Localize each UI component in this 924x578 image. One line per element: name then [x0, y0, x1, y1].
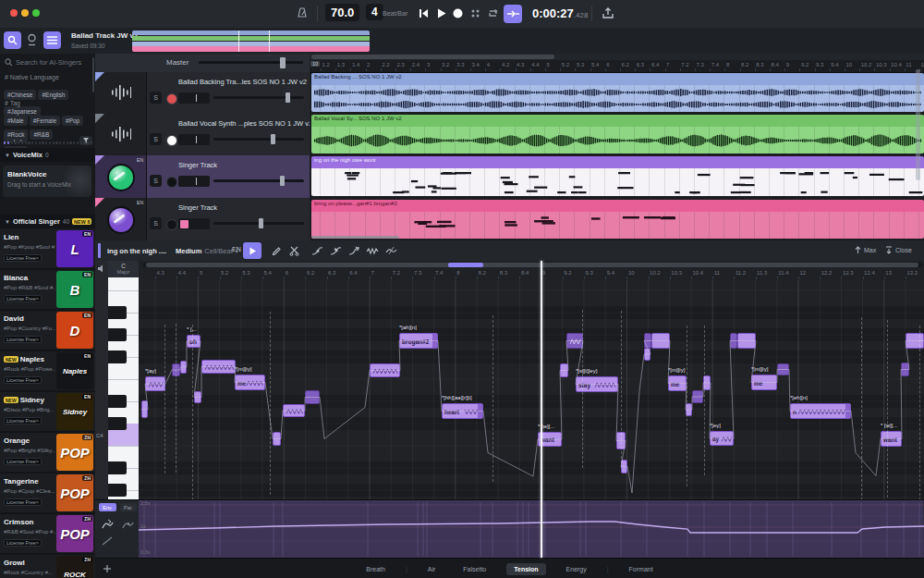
- record-arm-button[interactable]: [166, 177, 177, 188]
- param-tab-tension[interactable]: Tension: [506, 563, 545, 575]
- black-key[interactable]: [108, 306, 127, 319]
- volume-slider[interactable]: [213, 217, 304, 228]
- singer-card[interactable]: NEWSidney#Disco #Pop #Brig...License Fre…: [0, 392, 95, 433]
- editor-loop-region[interactable]: [448, 263, 483, 267]
- track-title[interactable]: Singer Track: [178, 161, 217, 169]
- singer-card[interactable]: Tangerine#Pop #Cpop #Clea...License Free…: [0, 473, 95, 514]
- maximize-editor-button[interactable]: Max: [855, 246, 876, 254]
- timeline-vscrollbar[interactable]: [916, 69, 920, 180]
- page-dot[interactable]: [67, 141, 68, 144]
- record-arm-button[interactable]: [166, 93, 177, 105]
- note-grid[interactable]: *[ay]uh* [...me*[m][iy]brogan#2*[ah][n]h…: [139, 280, 924, 499]
- timeline-hscrollbar-handle[interactable]: [311, 55, 554, 59]
- smooth-tool[interactable]: [382, 242, 400, 259]
- record-arm-button[interactable]: [166, 135, 177, 146]
- page-dot[interactable]: [59, 141, 61, 144]
- page-dot[interactable]: [45, 141, 47, 144]
- page-dot[interactable]: [39, 141, 41, 144]
- lyric-language-button[interactable]: EN: [229, 245, 244, 253]
- singer-card[interactable]: Bianca#Pop #R&B #Soul #...License Free>B…: [0, 270, 95, 311]
- singer-orb-avatar[interactable]: [107, 164, 135, 191]
- page-dot[interactable]: [21, 141, 23, 144]
- track-icon-cell[interactable]: EN: [95, 155, 147, 199]
- black-key[interactable]: [108, 484, 127, 497]
- pencil-tool[interactable]: [267, 242, 286, 259]
- page-dot[interactable]: [25, 141, 27, 144]
- record-arm-button[interactable]: [166, 219, 177, 230]
- param-tab-formant[interactable]: Formant: [622, 563, 661, 575]
- active-clip-label[interactable]: ing on the nigh ....: [107, 247, 166, 255]
- page-dot[interactable]: [18, 141, 19, 144]
- black-key[interactable]: [108, 395, 127, 408]
- track-icon-cell[interactable]: [95, 72, 147, 115]
- scissors-tool[interactable]: [286, 242, 304, 259]
- page-dot[interactable]: [11, 141, 13, 144]
- singer-card[interactable]: David#Pop #Country #Fo...License Free>DE…: [0, 311, 95, 351]
- track-icon-cell[interactable]: EN: [95, 198, 147, 241]
- volume-handle[interactable]: [280, 176, 285, 186]
- singer-search[interactable]: Search for AI-Singers: [5, 58, 81, 67]
- param-tab-breath[interactable]: Breath: [359, 563, 393, 575]
- auto-scroll-button[interactable]: [504, 5, 522, 23]
- pitch-anchor-tool[interactable]: [326, 242, 345, 259]
- record-button[interactable]: [452, 7, 464, 19]
- line-tool[interactable]: [102, 535, 114, 547]
- clip[interactable]: Ballad Vocal Sy... SOS NO 1 JW v2: [311, 115, 924, 154]
- close-editor-button[interactable]: Close: [885, 246, 912, 254]
- track-list-button[interactable]: [43, 31, 61, 49]
- solo-button[interactable]: S: [150, 217, 162, 229]
- singer-orb-avatar[interactable]: [107, 206, 135, 234]
- track-title[interactable]: Ballad Vocal Synth ...ples SOS NO 1 JW v…: [178, 119, 312, 128]
- param-tab-falsetto[interactable]: Falsetto: [456, 563, 493, 575]
- solo-button[interactable]: S: [150, 133, 162, 145]
- clip-header[interactable]: Ballad Backing ... SOS NO 1 JW v2: [311, 73, 924, 85]
- tag-chip[interactable]: #English: [38, 90, 68, 100]
- volume-slider[interactable]: [213, 133, 304, 144]
- play-button[interactable]: [435, 7, 447, 19]
- page-dot[interactable]: [83, 141, 85, 144]
- clip-body[interactable]: [311, 85, 924, 112]
- filter-icon[interactable]: [79, 136, 92, 145]
- volume-slider[interactable]: [213, 175, 304, 186]
- skip-to-start-button[interactable]: [418, 7, 430, 19]
- black-key[interactable]: [108, 350, 127, 363]
- zoom-window-button[interactable]: [32, 9, 40, 17]
- pan-box[interactable]: [178, 92, 210, 104]
- timeline-ruler[interactable]: 1.21.31.422.22.32.433.23.33.444.24.34.45…: [310, 60, 924, 73]
- export-icon[interactable]: [602, 6, 614, 19]
- page-dot[interactable]: [91, 141, 92, 144]
- volume-handle[interactable]: [286, 92, 290, 103]
- grid-mode-icon[interactable]: [470, 8, 480, 18]
- clip-header[interactable]: Ballad Vocal Sy... SOS NO 1 JW v2: [311, 115, 924, 127]
- page-dot[interactable]: [31, 141, 33, 144]
- page-dot[interactable]: [63, 141, 65, 144]
- voicemix-header[interactable]: ▼ VoiceMix 0: [0, 148, 96, 162]
- playhead[interactable]: [541, 261, 542, 558]
- beats-per-bar-value[interactable]: 4: [366, 4, 383, 20]
- pitch-line-tool[interactable]: [308, 242, 326, 259]
- tag-chip[interactable]: #Rock: [4, 129, 28, 140]
- clip[interactable]: bring on please...gan#1 brogan#2: [311, 200, 924, 239]
- clip-body[interactable]: [311, 168, 924, 196]
- singer-card[interactable]: Growl#Rock #Country #...License Free>ROC…: [0, 555, 95, 578]
- tag-chip[interactable]: #R&B: [30, 129, 53, 140]
- clip-body[interactable]: [311, 127, 924, 154]
- singer-card[interactable]: Crimson#R&B #Soul #Pop #...License Free>…: [0, 514, 95, 555]
- metronome-icon[interactable]: [296, 6, 309, 19]
- singer-card[interactable]: Orange#Pop #Bright #Silky...License Free…: [0, 433, 95, 473]
- clip-header[interactable]: bring on please...gan#1 brogan#2: [311, 200, 924, 212]
- minimize-window-button[interactable]: [21, 9, 29, 17]
- loop-icon[interactable]: [487, 7, 499, 19]
- singer-card[interactable]: NEWNaples#Rock #Pop #Powe...License Free…: [0, 351, 95, 392]
- master-volume-track[interactable]: [199, 61, 303, 64]
- page-dot[interactable]: [14, 141, 16, 144]
- track-title[interactable]: Singer Track: [178, 203, 217, 212]
- tag-chip[interactable]: #Chinese: [4, 90, 36, 100]
- page-dot[interactable]: [77, 141, 79, 144]
- singer-page-dots[interactable]: [4, 141, 92, 144]
- track-header-row[interactable]: ENSinger TrackS: [95, 198, 310, 241]
- black-key[interactable]: [108, 461, 127, 474]
- page-dot[interactable]: [55, 141, 57, 144]
- volume-handle[interactable]: [271, 134, 275, 144]
- editor-hscrollbar-handle[interactable]: [146, 263, 918, 267]
